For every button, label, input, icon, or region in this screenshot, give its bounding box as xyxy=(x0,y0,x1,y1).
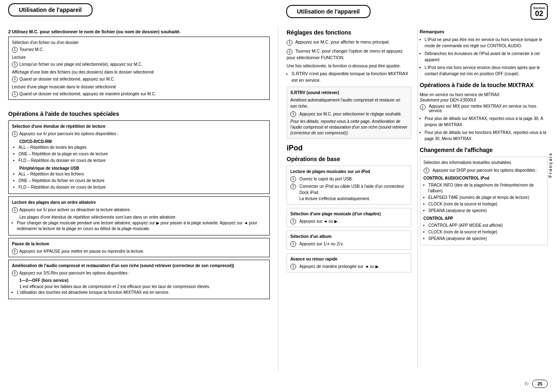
left-page: 2 Utilisez M.C. pour sélectionner le nom… xyxy=(0,27,278,371)
srtrv-ref: Pour les détails, reportez-vous à cette … xyxy=(290,119,408,136)
sound-sub1: 1—2—OFF (hors service) xyxy=(12,277,266,284)
francais-tab: Français xyxy=(548,152,553,178)
repeat-item1-text: Appuyez sur 6/ pour parcourir les option… xyxy=(19,131,118,137)
affichage-bullets2: CONTROL APP (APP MODE est affiché) CLOCK… xyxy=(424,223,544,242)
remarques-bullets: L'iPod ne peut pas être mis en service o… xyxy=(420,37,548,77)
srtrv-item: 1 Appuyez sur M.C. pour sélectionner le … xyxy=(290,111,408,117)
num-sound1: 1 xyxy=(12,270,18,276)
section-title-right: Utilisation de l'appareil xyxy=(286,5,371,18)
repeat-b1: ALL – Répétition de toutes les plages xyxy=(19,145,266,150)
random-title: Lecture des plages dans un ordre aléatoi… xyxy=(12,199,266,205)
num-ipod5: 1 xyxy=(290,264,296,270)
ipod-selalbum-block: Sélection d'un album 1 Appuyez sur 1/∧ o… xyxy=(287,231,411,250)
num-ipod3: 1 xyxy=(290,219,296,224)
page-headers: Utilisation de l'appareil Utilisation de… xyxy=(0,0,556,23)
intro-section: 2 Utilisez M.C. pour sélectionner le nom… xyxy=(8,29,270,102)
num-1b: 1 xyxy=(12,62,18,67)
sound-item1: 1 Appuyez sur 3/S.Rtrv pour parcourir le… xyxy=(12,270,266,276)
section-number: 02 xyxy=(535,10,543,17)
info-item4-text: Quand un dossier est sélectionné, appuye… xyxy=(19,91,156,97)
sound-b1: L'utilisation des touches est désactivée… xyxy=(17,290,266,295)
remarques-title: Remarques xyxy=(420,29,548,34)
repeat-item1: 1 Appuyez sur 6/ pour parcourir les opti… xyxy=(12,131,266,137)
ipod-step1-text: Ouvrez le capot du port USB. xyxy=(299,176,353,182)
num-rand1: 1 xyxy=(12,207,18,213)
sound-bullets: L'utilisation des touches est désactivée… xyxy=(12,290,266,295)
footer: Fr 25 xyxy=(0,376,556,392)
repeat-title: Sélection d'une étendue de répétition de… xyxy=(12,123,266,129)
remarques-b1: L'iPod ne peut pas être mis en service o… xyxy=(425,37,548,49)
info-item3: 1 Quand un dossier est sélectionné, appu… xyxy=(12,76,266,82)
reglages-step2-text: Tournez M.C. pour changer l'option de me… xyxy=(287,48,403,60)
mixtrax-step1-text: Appuyez sur MIX pour mettre MIXTRAX en s… xyxy=(429,104,548,113)
main-content: 2 Utilisez M.C. pour sélectionner le nom… xyxy=(0,23,556,376)
block-pause: Pause de la lecture 1 Appuyez sur 4/PAUS… xyxy=(8,238,270,257)
info-row3: Affichage d'une liste des fichiers (ou d… xyxy=(12,69,266,75)
ipod-selalbum-step1-text: Appuyez sur 1/∧ ou 2/∨. xyxy=(299,241,344,247)
info-row2: Lecture xyxy=(12,54,266,60)
ipod-avance-step1: 1 Appuyez de manière prolongée sur ◄ ou … xyxy=(290,263,408,270)
num-rep1: 1 xyxy=(12,131,18,137)
num-1d: 1 xyxy=(12,91,18,97)
ipod-selplage-block: Sélection d'une plage musicale (d'un cha… xyxy=(287,208,411,227)
num-aff1: 1 xyxy=(424,168,429,173)
mixtrax-intro2: Seulement pour DEH-X3500UI xyxy=(420,98,548,102)
random-item1-text: Appuyez sur 5/ pour activer ou désactive… xyxy=(19,207,131,213)
affichage-intro: Sélection des informations textuelles so… xyxy=(424,159,544,166)
info-item2-text: Lorsqu'un fichier ou une plage est sélec… xyxy=(19,61,142,67)
ipod-lecture-block: Lecture de plages musicales sur un iPod … xyxy=(287,166,411,205)
ipod-selalbum-title: Sélection d'un album xyxy=(290,233,408,240)
intro-title: 2 Utilisez M.C. pour sélectionner le nom… xyxy=(8,29,270,34)
ipod-step2-text: Connecter un iPod au câble USB à l'aide … xyxy=(299,183,408,202)
random-item1: 1 Appuyez sur 5/ pour activer ou désacti… xyxy=(12,207,266,213)
ipod-step1: 1 Ouvrez le capot du port USB. xyxy=(290,176,408,182)
aff-b2: ELAPSED TIME (numéro de plage et temps d… xyxy=(429,195,544,201)
info-row1: Sélection d'un fichier ou d'un dossier xyxy=(12,39,266,46)
mixtrax-intro: Mise en service ou hors service de MITRA… xyxy=(420,92,548,98)
remarques-b3: L'iPod sera mis hors service environ deu… xyxy=(425,65,548,77)
aff-b1: TRACK INFO (titre de la plage/nom de l'i… xyxy=(429,182,544,194)
ipod-selplage-title: Sélection d'une plage musicale (d'un cha… xyxy=(290,211,408,217)
num-1: 1 xyxy=(12,47,18,53)
repeat-bullets2: ALL – Répétition de tous les fichiers ON… xyxy=(12,171,266,190)
repeat-subtitle1: CD/CD-R/CD-RW xyxy=(12,138,266,145)
affichage-bullets1: TRACK INFO (titre de la plage/nom de l'i… xyxy=(424,182,544,214)
num-ipod2: 2 xyxy=(290,184,296,189)
repeat-b6: FLD – Répétition du dossier en cours de … xyxy=(19,184,266,190)
affichage-block: Sélection des informations textuelles so… xyxy=(420,157,548,245)
num-1c: 1 xyxy=(12,76,18,82)
random-note1: Les plages d'une étendue de répétition s… xyxy=(12,214,266,220)
num-srtrv1: 1 xyxy=(290,111,296,117)
mixtrax-step1: 1 Appuyez sur MIX pour mettre MIXTRAX en… xyxy=(420,104,548,113)
aff-b4: SPEANA (analyseur de spectre) xyxy=(429,208,544,214)
mixtrax-bullets: Pour plus de détails sur MIXTRAX, report… xyxy=(420,115,548,142)
repeat-bullets1: ALL – Répétition de toutes les plages ON… xyxy=(12,145,266,164)
num-ipod4: 1 xyxy=(290,241,296,247)
repeat-b3: FLD – Répétition du dossier en cours de … xyxy=(19,158,266,164)
info-item3-text: Quand un dossier est sélectionné, appuye… xyxy=(19,76,115,82)
srtrv-desc: Améliore automatiquement l'audio compres… xyxy=(290,97,408,109)
section-badge: Section 02 xyxy=(531,3,548,20)
footer-lang: Fr xyxy=(525,382,528,386)
ipod-subtitle: Opérations de base xyxy=(287,156,411,162)
block-random: Lecture des plages dans un ordre aléatoi… xyxy=(8,196,270,235)
ipod-avance-title: Avance ou retour rapide xyxy=(290,256,408,262)
reglages-note: Une fois sélectionnée, la fonction ci-de… xyxy=(287,63,411,69)
repeat-subtitle2: Périphérique de stockage USB xyxy=(12,165,266,171)
reglages-title: Réglages des fonctions xyxy=(287,29,411,36)
num-regl2: 2 xyxy=(287,49,292,55)
affichage-section: Changement de l'affichage Sélection des … xyxy=(420,147,548,245)
random-bullets: Pour changer de plage musicale pendant u… xyxy=(12,220,266,232)
ipod-main-title: iPod xyxy=(287,144,411,152)
section-title-left: Utilisation de l'appareil xyxy=(8,3,93,16)
ipod-lecture-title: Lecture de plages musicales sur un iPod xyxy=(290,168,408,175)
ipod-step2: 2 Connecter un iPod au câble USB à l'aid… xyxy=(290,183,408,202)
info-item1: 1 Tournez M.C. xyxy=(12,46,266,53)
header-left: Utilisation de l'appareil xyxy=(0,0,278,23)
reglages-bullets: S.RTRV n'est pas disponible lorsque la f… xyxy=(287,71,411,83)
footer-page-number: 25 xyxy=(532,380,548,388)
num-regl1: 1 xyxy=(287,40,292,46)
num-pause1: 1 xyxy=(12,249,18,254)
affichage-step1: 1 Appuyez sur DISP pour parcourir les op… xyxy=(424,167,544,173)
mixtrax-section: Opérations à l'aide de la touche MIXTRAX… xyxy=(420,82,548,142)
